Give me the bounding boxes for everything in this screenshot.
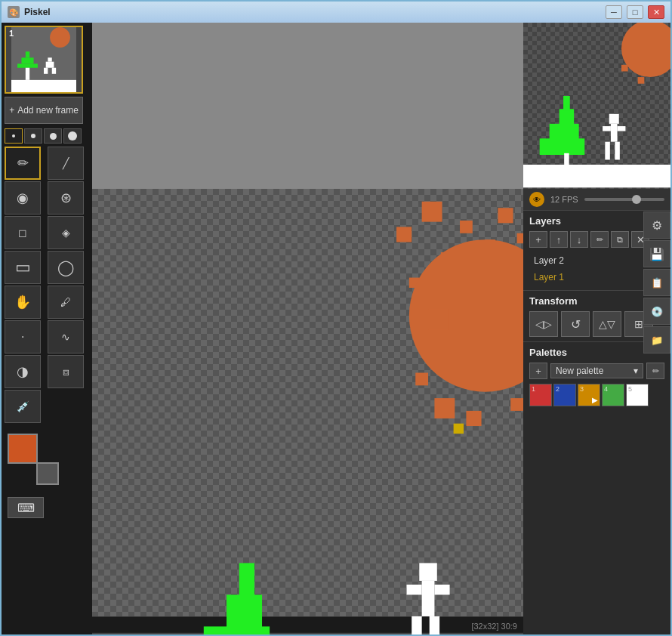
canvas-main[interactable] (92, 189, 523, 616)
size-dot-2 (31, 134, 35, 138)
svg-rect-52 (523, 165, 670, 187)
svg-rect-26 (415, 373, 428, 386)
add-frame-button[interactable]: + Add new frame (5, 97, 83, 124)
svg-rect-22 (517, 233, 523, 243)
svg-rect-27 (434, 398, 455, 418)
svg-rect-50 (563, 96, 570, 111)
size-btn-4[interactable] (63, 128, 82, 144)
svg-rect-57 (605, 142, 610, 160)
svg-rect-53 (609, 114, 619, 124)
color-picker-button[interactable]: 💉 (5, 390, 41, 423)
lighten-tool-button[interactable]: ◈ (48, 216, 84, 249)
export-button[interactable]: 📋 (643, 269, 670, 296)
rotate-button[interactable]: ↺ (561, 311, 590, 337)
palette-name-selector[interactable]: New palette ▾ (550, 363, 643, 378)
move-layer-up-button[interactable]: ↑ (550, 231, 568, 248)
app-icon: 🎨 (8, 6, 20, 18)
edit-palette-button[interactable]: ✏ (646, 363, 664, 379)
transform-title: Transform (529, 295, 578, 307)
frames-section: 1 (5, 26, 89, 124)
tiling-button[interactable]: ⧈ (48, 355, 84, 388)
keyboard-shortcut-button[interactable]: ⌨ (8, 497, 44, 518)
preview-svg (523, 23, 670, 189)
add-layer-button[interactable]: + (529, 231, 547, 248)
tools-grid: ✏ ╱ ◉ ⊛ ◻ ◈ ▭ ◯ ✋ 🖋 ⬝ ∿ ◑ ⧈ 💉 (5, 147, 89, 423)
secondary-color-swatch[interactable] (36, 462, 59, 485)
svg-rect-8 (44, 68, 48, 74)
primary-color-swatch[interactable] (8, 434, 38, 464)
lasso-tool-button[interactable]: ∿ (48, 320, 84, 354)
palette-color-3-num: 3 (580, 385, 584, 393)
add-frame-label: Add new frame (17, 105, 79, 116)
eraser-tool-button[interactable]: ◻ (5, 216, 41, 249)
palette-name-label: New palette (556, 366, 603, 376)
settings-button[interactable]: ⚙ (643, 211, 670, 239)
add-palette-button[interactable]: + (529, 363, 547, 379)
svg-rect-5 (26, 68, 29, 80)
svg-rect-33 (227, 594, 262, 630)
size-btn-1[interactable] (5, 128, 23, 144)
save-piskel-button[interactable]: 💾 (643, 240, 670, 267)
onion-skin-button[interactable]: ◑ (5, 355, 41, 388)
preview-area (523, 23, 670, 189)
sprite-canvas-svg[interactable] (92, 189, 523, 634)
size-btn-2[interactable] (24, 128, 42, 144)
minimize-button[interactable]: ─ (606, 5, 622, 19)
duplicate-layer-button[interactable]: ⧉ (611, 231, 629, 248)
palette-color-1[interactable]: 1 (529, 384, 552, 406)
svg-rect-40 (412, 616, 421, 634)
line-tool-button[interactable]: ╱ (48, 147, 84, 180)
fps-slider-thumb (632, 195, 641, 204)
svg-rect-16 (460, 221, 473, 233)
svg-rect-49 (559, 109, 575, 125)
palette-dropdown-icon: ▾ (633, 366, 638, 376)
import-button[interactable]: 💿 (643, 298, 670, 325)
frame-thumbnail-1[interactable]: 1 (5, 26, 83, 94)
palette-color-5[interactable]: 5 (626, 384, 649, 406)
palette-color-1-num: 1 (532, 385, 535, 393)
svg-rect-34 (239, 563, 254, 598)
flip-vertical-button[interactable]: △▽ (593, 311, 621, 337)
svg-rect-1 (11, 80, 76, 92)
palette-color-2[interactable]: 2 (553, 384, 576, 406)
titlebar: 🎨 Piskel ─ □ ✕ (2, 2, 670, 23)
flip-horizontal-button[interactable]: ◁▷ (529, 311, 558, 337)
ellipse-tool-button[interactable]: ◯ (48, 251, 84, 284)
svg-point-10 (50, 27, 70, 48)
palette-color-3[interactable]: 3 ▶ (578, 384, 600, 406)
maximize-button[interactable]: □ (627, 5, 643, 19)
canvas-top-area (92, 23, 523, 189)
svg-rect-55 (603, 126, 611, 131)
fps-slider[interactable] (584, 198, 664, 201)
canvas-area: [32x32] 30:9 (92, 23, 523, 634)
svg-rect-46 (638, 77, 645, 84)
palette-color-4[interactable]: 4 (602, 384, 624, 406)
svg-rect-56 (618, 126, 626, 131)
eyedropper-tool-button[interactable]: 🖋 (48, 286, 84, 319)
pencil-tool-button[interactable]: ✏ (5, 147, 41, 180)
open-button[interactable]: 📁 (643, 326, 670, 354)
fps-icon: 👁 (529, 192, 544, 207)
close-button[interactable]: ✕ (648, 5, 664, 19)
fill-tool-button[interactable]: ◉ (5, 181, 41, 215)
move-layer-down-button[interactable]: ↓ (570, 231, 588, 248)
pan-tool-button[interactable]: ✋ (5, 286, 41, 319)
svg-rect-21 (498, 208, 513, 223)
svg-rect-28 (466, 411, 481, 426)
layers-title: Layers (529, 215, 561, 227)
svg-rect-58 (615, 142, 620, 160)
layer-1-name: Layer 1 (534, 272, 564, 282)
right-sidebar-buttons: ⚙ 💾 📋 💿 📁 (643, 211, 670, 354)
svg-rect-39 (434, 585, 449, 594)
size-btn-3[interactable] (44, 128, 62, 144)
selection-fill-tool-button[interactable]: ⊛ (48, 181, 84, 215)
rect-select-tool-button[interactable]: ⬝ (5, 320, 41, 354)
left-toolbar: 1 (2, 23, 92, 634)
rename-layer-button[interactable]: ✏ (590, 231, 609, 248)
svg-rect-24 (428, 310, 449, 330)
palette-arrow-icon: ▶ (592, 396, 598, 404)
svg-rect-36 (419, 563, 437, 581)
size-dot-3 (50, 133, 57, 140)
rectangle-tool-button[interactable]: ▭ (5, 251, 41, 284)
svg-rect-4 (26, 51, 29, 57)
